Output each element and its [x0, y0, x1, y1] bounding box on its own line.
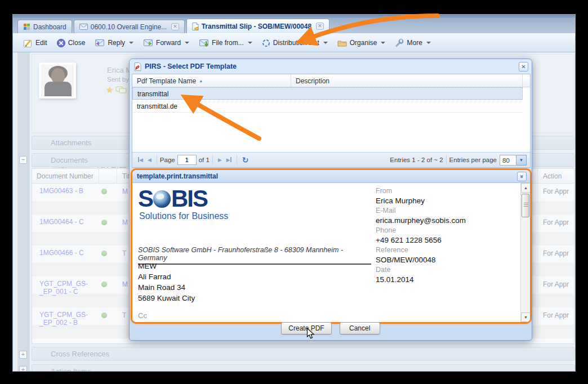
distribution-list-label: Distribution List [273, 39, 319, 47]
tab-label: Transmittal Slip - SOB/MEW/00048 [202, 23, 311, 30]
field-label: From [376, 186, 511, 196]
col-pdf-template-name[interactable]: Pdf Template Name▲ [137, 77, 203, 85]
forward-button[interactable]: Forward [140, 37, 192, 48]
dialog-footer: Create PDF Cancel [130, 322, 532, 337]
logo-tagline: Solutions for Business [139, 211, 228, 221]
close-label: Close [68, 39, 86, 47]
per-page-value: 80 [500, 155, 516, 166]
template-row[interactable]: transmittal.de [132, 100, 523, 113]
page-of-label: of 1 [199, 157, 210, 163]
page-last-icon[interactable]: ▶ [224, 157, 234, 163]
screenshot-stage: Dashboard 0600.10 Overall Engine... ✕ Tr… [0, 0, 588, 384]
edit-label: Edit [35, 39, 47, 47]
cancel-button[interactable]: Cancel [340, 322, 380, 334]
distribution-list-button[interactable]: Distribution List [259, 37, 331, 49]
distribution-icon [262, 39, 270, 47]
annotation-highlight-preview: template.print.transmittal » SBIS Soluti… [131, 168, 532, 324]
recipient-address: MEW Ali Farrad Main Road 34 5689 Kuwait … [138, 261, 195, 303]
entries-per-page-label: Entries per page [449, 157, 497, 163]
mail-reply-icon [95, 39, 105, 47]
pdf-preview-body: SBIS Solutions for Business From Erica M… [132, 183, 530, 322]
dialog-close-icon[interactable]: ✕ [519, 62, 528, 72]
app-window: Dashboard 0600.10 Overall Engine... ✕ Tr… [12, 14, 576, 372]
tab-label: Dashboard [33, 23, 66, 31]
tab-transmittal-slip[interactable]: Transmittal Slip - SOB/MEW/00048 ✕ [186, 19, 329, 33]
close-circle-icon [57, 39, 65, 47]
globe-icon [153, 190, 171, 208]
field-value: SOB/MEW/00048 [376, 255, 511, 265]
reply-label: Reply [108, 39, 125, 47]
page-prev-icon[interactable]: ◀ [145, 157, 154, 163]
field-value: 15.01.2014 [376, 275, 511, 285]
field-value: erica.murphey@sobis.com [376, 216, 511, 226]
grid-header: Pdf Template Name▲ Description [132, 74, 530, 87]
tab-close-icon[interactable]: ✕ [171, 23, 179, 30]
mail-forward-icon [143, 39, 153, 47]
chevron-down-icon[interactable] [426, 42, 431, 44]
more-button[interactable]: More [392, 37, 433, 49]
chevron-down-icon[interactable] [129, 42, 133, 44]
chevron-down-icon[interactable] [248, 42, 252, 44]
forward-label: Forward [156, 39, 181, 47]
scroll-thumb[interactable] [522, 194, 529, 217]
close-button[interactable]: Close [54, 37, 88, 49]
file-from-label: File from... [212, 39, 244, 47]
preview-scrollbar[interactable]: ▲ ▼ [520, 183, 530, 322]
mail-icon [79, 24, 88, 30]
pdf-icon [134, 62, 141, 71]
dialog-title: PIRS - Select PDF Template [145, 62, 519, 70]
folder-icon [337, 39, 347, 47]
entries-count: Entries 1 - 2 of ~ 2 [390, 157, 443, 163]
main-toolbar: Edit Close Reply Forward File from... [13, 33, 575, 52]
sort-asc-icon: ▲ [199, 79, 203, 83]
organise-label: Organise [350, 39, 377, 47]
dashboard-grid-icon [23, 23, 30, 30]
page-first-icon[interactable]: ◀ [136, 157, 145, 163]
field-value: Erica Murphey [376, 196, 511, 206]
field-value: +49 621 1228 5656 [376, 235, 511, 245]
tab-label: 0600.10 Overall Engine... [91, 23, 167, 31]
mouse-cursor [306, 328, 315, 340]
chevron-down-icon[interactable] [185, 42, 189, 44]
page-next-icon[interactable]: ▶ [216, 157, 224, 163]
file-from-button[interactable]: File from... [196, 37, 255, 48]
collapse-double-chevron-icon[interactable]: » [517, 172, 527, 181]
chevron-down-icon[interactable] [381, 42, 385, 44]
scroll-down-icon[interactable]: ▼ [521, 312, 530, 322]
paging-toolbar: ◀ ◀ Page of 1 ▶ ▶ ↻ Entries 1 - 2 of ~ 2… [132, 152, 530, 167]
select-pdf-template-dialog: PIRS - Select PDF Template ✕ Pdf Templat… [129, 59, 532, 341]
sobis-logo: SBIS Solutions for Business [138, 187, 228, 221]
scroll-up-icon[interactable]: ▲ [521, 183, 530, 193]
tab-overall-engineering[interactable]: 0600.10 Overall Engine... ✕ [74, 20, 185, 33]
edit-icon [24, 39, 33, 47]
field-label: Phone [376, 226, 511, 235]
document-icon [192, 23, 199, 30]
field-label: Reference [376, 245, 511, 255]
chevron-down-icon[interactable] [323, 42, 328, 44]
dialog-header: PIRS - Select PDF Template ✕ [130, 59, 532, 74]
organise-button[interactable]: Organise [335, 37, 389, 48]
refresh-icon[interactable]: ↻ [240, 155, 251, 164]
reply-button[interactable]: Reply [92, 37, 136, 48]
col-description[interactable]: Description [296, 77, 329, 85]
more-label: More [407, 39, 422, 47]
tab-bar: Dashboard 0600.10 Overall Engine... ✕ Tr… [13, 18, 575, 33]
field-label: Date [376, 265, 511, 275]
field-label: E-Mail [376, 206, 511, 216]
tab-dashboard[interactable]: Dashboard [17, 20, 72, 33]
entries-per-page-select[interactable]: 80 ▼ [500, 155, 527, 166]
preview-title: template.print.transmittal [137, 172, 517, 180]
edit-button[interactable]: Edit [21, 37, 50, 49]
tab-close-icon[interactable]: ✕ [316, 23, 324, 30]
wrench-icon [395, 39, 404, 47]
preview-panel-header: template.print.transmittal » [132, 170, 530, 183]
page-label: Page [160, 157, 175, 163]
mail-file-icon [199, 39, 209, 47]
template-row-selected[interactable]: transmittal [132, 87, 523, 100]
page-number-input[interactable] [177, 155, 197, 165]
cc-label: Cc [138, 311, 147, 320]
sender-fields: From Erica Murphey E-Mail erica.murphey@… [376, 186, 511, 285]
template-grid: Pdf Template Name▲ Description transmitt… [132, 74, 531, 168]
combo-down-icon[interactable]: ▼ [516, 155, 527, 166]
